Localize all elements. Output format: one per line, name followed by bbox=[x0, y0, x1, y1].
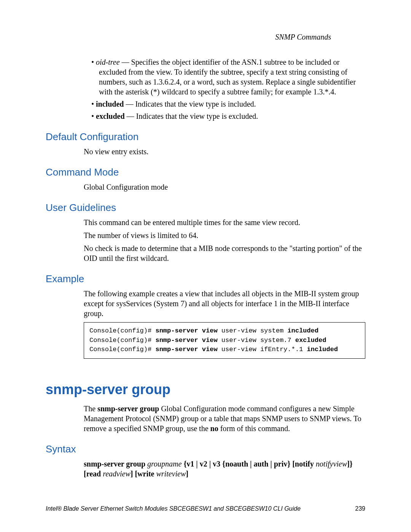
code-text: user-view ifEntry.*.1 bbox=[218, 346, 307, 353]
code-text: snmp-server view bbox=[155, 337, 217, 344]
code-text: excluded bbox=[295, 337, 327, 344]
body-text: The snmp-server group Global Configurati… bbox=[84, 404, 365, 433]
body-text: This command can be entered multiple tim… bbox=[84, 217, 365, 227]
parameter-list: oid-tree — Specifies the object identifi… bbox=[84, 57, 365, 121]
syntax-keyword: snmp-server group bbox=[84, 460, 145, 468]
param-sep: — bbox=[120, 58, 131, 66]
param-sep: — bbox=[125, 112, 136, 120]
body-text: No view entry exists. bbox=[84, 147, 365, 157]
code-text: Console(config)# bbox=[89, 346, 155, 353]
section-heading-syntax: Syntax bbox=[46, 443, 365, 455]
syntax-arg: writeview bbox=[155, 470, 186, 478]
syntax-line: snmp-server group groupname {v1 | v2 | v… bbox=[84, 459, 365, 479]
param-text: Indicates that the view type is included… bbox=[135, 100, 256, 108]
syntax-keyword: ] bbox=[186, 470, 188, 478]
page-footer: Intel® Blade Server Ethernet Switch Modu… bbox=[46, 505, 365, 512]
intro-post: form of this command. bbox=[218, 424, 290, 433]
syntax-arg: groupname bbox=[145, 460, 183, 468]
syntax-keyword: {v1 | v2 | v3 {noauth | auth | priv} bbox=[183, 460, 290, 468]
intro-bold: snmp-server group bbox=[97, 404, 159, 413]
chapter-title: SNMP Commands bbox=[275, 33, 331, 42]
param-text: Indicates that the view type is excluded… bbox=[136, 112, 258, 120]
section-heading-user-guidelines: User Guidelines bbox=[46, 202, 365, 214]
syntax-arg: notifyview bbox=[314, 460, 347, 468]
footer-doc-title: Intel® Blade Server Ethernet Switch Modu… bbox=[46, 505, 301, 512]
body-text: Global Configuration mode bbox=[84, 182, 365, 192]
body-text: The number of views is limited to 64. bbox=[84, 230, 365, 240]
list-item: included — Indicates that the view type … bbox=[84, 99, 365, 109]
body-text: The following example creates a view tha… bbox=[84, 289, 365, 318]
syntax-arg: readview bbox=[101, 470, 131, 478]
intro-pre: The bbox=[84, 404, 97, 413]
code-example: Console(config)# snmp-server view user-v… bbox=[84, 322, 365, 359]
page-number: 239 bbox=[355, 505, 365, 512]
code-text: Console(config)# bbox=[89, 327, 155, 334]
section-heading-example: Example bbox=[46, 273, 365, 285]
syntax-keyword: [notify bbox=[290, 460, 314, 468]
code-text: snmp-server view bbox=[155, 346, 217, 353]
section-heading-default-config: Default Configuration bbox=[46, 131, 365, 143]
body-text: No check is made to determine that a MIB… bbox=[84, 243, 365, 263]
code-text: user-view system bbox=[218, 327, 288, 334]
content-area: oid-tree — Specifies the object identifi… bbox=[46, 57, 365, 479]
param-sep: — bbox=[124, 100, 135, 108]
param-text: Specifies the object identifier of the A… bbox=[99, 58, 356, 96]
param-term: oid-tree bbox=[96, 58, 120, 66]
code-text: included bbox=[307, 346, 338, 353]
param-term: excluded bbox=[96, 112, 125, 120]
page: SNMP Commands oid-tree — Specifies the o… bbox=[0, 0, 411, 532]
syntax-keyword: [read bbox=[84, 470, 101, 478]
list-item: oid-tree — Specifies the object identifi… bbox=[84, 57, 365, 97]
list-item: excluded — Indicates that the view type … bbox=[84, 111, 365, 121]
code-text: Console(config)# bbox=[89, 337, 155, 344]
command-title: snmp-server group bbox=[46, 382, 365, 398]
param-term: included bbox=[96, 100, 124, 108]
syntax-keyword: ]} bbox=[347, 460, 353, 468]
code-text: user-view system.7 bbox=[218, 337, 295, 344]
code-text: included bbox=[287, 327, 319, 334]
syntax-keyword: ] [write bbox=[131, 470, 155, 478]
section-heading-command-mode: Command Mode bbox=[46, 166, 365, 178]
intro-no: no bbox=[210, 424, 218, 433]
code-text: snmp-server view bbox=[155, 327, 217, 334]
